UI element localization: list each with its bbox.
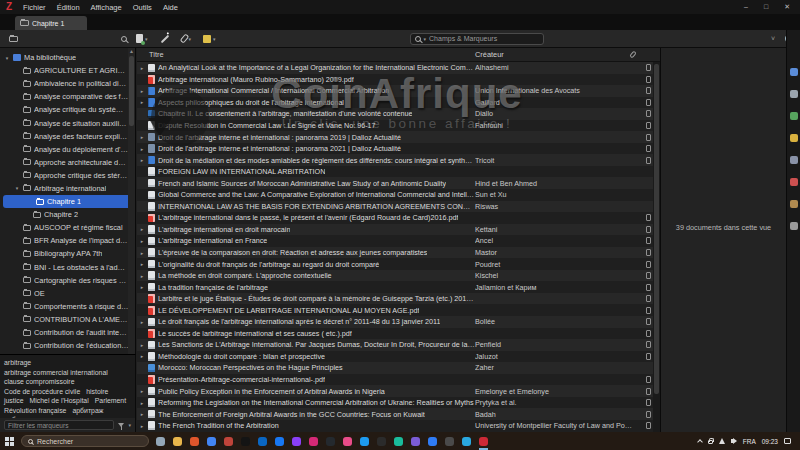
chrome-taskbar-icon[interactable] <box>207 437 216 446</box>
collection-chapitre-2[interactable]: Chapitre 2 <box>0 208 135 221</box>
new-attachment-button[interactable]: ▾ <box>182 34 192 43</box>
tag-clause-compromissoire[interactable]: clause compromissoire <box>4 377 74 387</box>
table-row[interactable]: L'arbitrage international dans le passé,… <box>137 212 660 224</box>
github-taskbar-icon[interactable] <box>326 437 335 446</box>
tag-histoire[interactable]: histoire <box>86 387 108 397</box>
collection-agriculture-et-agriculteurs-[interactable]: AGRICULTURE ET AGRICULTEURS DANS… <box>0 64 135 77</box>
table-row[interactable]: ▸L'épreuve de la comparaison en droit: R… <box>137 247 660 259</box>
tray-language[interactable]: FRA <box>743 438 756 445</box>
table-row[interactable]: ▸Les Sanctions de L'Arbitrage Internatio… <box>137 339 660 351</box>
collection-auscoop-et-r-gime-fiscal[interactable]: AUSCOOP et régime fiscal <box>0 221 135 234</box>
column-header-creator[interactable]: Créateur <box>475 50 625 59</box>
lock-icon[interactable] <box>708 440 713 444</box>
locate-icon[interactable] <box>790 222 798 230</box>
collection-arbitrage-international[interactable]: ▾Arbitrage international <box>0 182 135 195</box>
teams-teal-taskbar-icon[interactable] <box>394 437 403 446</box>
app-tv-taskbar-icon[interactable] <box>241 437 250 446</box>
edge-taskbar-icon[interactable] <box>428 437 437 446</box>
collection-chapitre-1[interactable]: Chapitre 1 <box>3 195 132 208</box>
maximize-button[interactable]: □ <box>764 3 768 11</box>
table-scrollbar[interactable] <box>653 62 660 432</box>
tag-r-volution-fran-aise[interactable]: Révolution française <box>4 406 66 416</box>
table-row[interactable]: ▸Droit de l'arbitrage interne et interna… <box>137 131 660 143</box>
zotero-taskbar-icon[interactable] <box>479 437 488 446</box>
tags-icon[interactable] <box>790 178 798 186</box>
collection-cartographie-des-risques-ass[interactable]: Cartographie des risques assurances <box>0 274 135 287</box>
collection-bibliography-apa-7th[interactable]: Bibliography APA 7th <box>0 247 135 260</box>
collection-approche-critique-des-st-r-o[interactable]: Approche critique des stéréotypes mas… <box>0 169 135 182</box>
collection-search-icon[interactable] <box>121 36 127 42</box>
table-row[interactable]: ▸L'arbitrage international en FranceAnce… <box>137 235 660 247</box>
tag-parlement[interactable]: Parlement <box>95 396 126 406</box>
table-row[interactable]: ▸La tradition française de l'arbitrageJa… <box>137 281 660 293</box>
app-dark-taskbar-icon[interactable] <box>377 437 386 446</box>
collection-analyse-des-facteurs-explica[interactable]: Analyse des facteurs explicatifs de l'ad… <box>0 130 135 143</box>
collection-contribution-de-l-ducation-a[interactable]: Contribution de l'éducation artistique à… <box>0 339 135 352</box>
new-collection-button[interactable] <box>9 36 18 42</box>
linkedin-taskbar-icon[interactable] <box>258 437 267 446</box>
collection-contribution-de-l-audit-inte[interactable]: Contribution de l'audit interne à la per… <box>0 326 135 339</box>
collection-comportements-risque-de-gros[interactable]: Comportements à risque de grossesse … <box>0 300 135 313</box>
table-row[interactable]: ▸Aspects philosophiques du droit de l'ar… <box>137 97 660 109</box>
collection-ambivalence-in-political-dis[interactable]: Ambivalence in political discourses <box>0 77 135 90</box>
related-icon[interactable] <box>790 200 798 208</box>
table-row[interactable]: ▸Méthodologie du droit comparé : bilan e… <box>137 351 660 363</box>
table-row[interactable]: Larbitre et le juge Étatique - Études de… <box>137 293 660 305</box>
table-row[interactable]: ▸Arbitrage International Commercial / In… <box>137 85 660 97</box>
table-row[interactable]: Présentation-Arbitrage-commercial-intern… <box>137 374 660 386</box>
menu-outils[interactable]: Outils <box>133 3 152 12</box>
start-button[interactable] <box>5 437 14 446</box>
viber-taskbar-icon[interactable] <box>411 437 420 446</box>
collection-analyse-du-d-ploiement-d-un-[interactable]: Analyse du déploiement d'un système … <box>0 143 135 156</box>
table-row[interactable]: ▸The Enforcement of Foreign Arbitral Awa… <box>137 408 660 420</box>
app-red-taskbar-icon[interactable] <box>224 437 233 446</box>
table-row[interactable]: Arbitrage international (Mauro Rubino-Sa… <box>137 74 660 86</box>
dribbble-taskbar-icon[interactable] <box>343 437 352 446</box>
quick-search-input[interactable]: ▾ Champs & Marqueurs <box>410 33 544 45</box>
scroll-up-arrow[interactable]: ▲ <box>128 48 135 55</box>
table-row[interactable]: Morocco: Moroccan Perspectives on the Ha… <box>137 362 660 374</box>
table-row[interactable]: Chapitre II. Le consentement à l'arbitra… <box>137 108 660 120</box>
volume-icon[interactable] <box>731 439 734 443</box>
close-button[interactable]: ✕ <box>784 3 790 11</box>
table-row[interactable]: Dispute Resolution in Commercial Law : L… <box>137 120 660 132</box>
file-explorer-taskbar-icon[interactable] <box>173 437 182 446</box>
table-row[interactable]: ▸Droit de la médiation et des modes amia… <box>137 154 660 166</box>
notifications-icon[interactable] <box>784 438 791 444</box>
table-row[interactable]: ▸An Analytical Look at the Importance of… <box>137 62 660 74</box>
telegram-taskbar-icon[interactable] <box>462 437 471 446</box>
minimize-button[interactable]: – <box>744 3 748 11</box>
sidebar-scrollbar[interactable]: ▲ <box>128 48 135 354</box>
collection-analyse-comparative-des-f-mi[interactable]: Analyse comparative des féminicides d… <box>0 90 135 103</box>
tray-clock[interactable]: 09:23 <box>762 438 778 445</box>
collection-approche-architecturale-des-[interactable]: Approche architecturale des centres de… <box>0 156 135 169</box>
new-note-button[interactable]: ▾ <box>203 35 216 43</box>
new-item-button[interactable]: ▾ <box>136 34 148 43</box>
network-icon[interactable] <box>719 438 725 444</box>
twitter-taskbar-icon[interactable] <box>360 437 369 446</box>
collection-contribution-a-l-amelioratio[interactable]: CONTRIBUTION A L'AMELIORATION DE… <box>0 313 135 326</box>
tag-justice[interactable]: justice <box>4 396 24 406</box>
tag-code-de-proc-dure-civile[interactable]: Code de procédure civile <box>4 387 80 397</box>
filter-funnel-icon[interactable] <box>118 423 124 427</box>
table-row[interactable]: INTERNATIONAL LAW AS THE BASIS FOR EXTEN… <box>137 201 660 213</box>
tab-chapitre-1[interactable]: Chapitre 1 <box>15 16 87 30</box>
app-gray-taskbar-icon[interactable] <box>445 437 454 446</box>
table-row[interactable]: ▸L'originalité du droit français de l'ar… <box>137 258 660 270</box>
menu-affichage[interactable]: Affichage <box>91 3 122 12</box>
tag-filter-input[interactable]: Filtrer les marqueurs <box>4 420 114 430</box>
attachment-column-icon[interactable] <box>629 51 637 59</box>
tray-expand-icon[interactable] <box>697 439 703 445</box>
abstract-icon[interactable] <box>790 90 798 98</box>
table-row[interactable]: ▸La méthode en droit comparé. L'approche… <box>137 270 660 282</box>
table-row[interactable]: ▸The French Tradition of the Arbitration… <box>137 420 660 432</box>
libraries-icon[interactable] <box>790 156 798 164</box>
menu-dition[interactable]: Édition <box>57 3 80 12</box>
tag-item[interactable]: арбитраж <box>72 406 103 416</box>
menu-fichier[interactable]: Fichier <box>23 3 46 12</box>
table-row[interactable]: Le succès de larbitrage international et… <box>137 328 660 340</box>
add-by-identifier-button[interactable] <box>160 38 170 40</box>
collapse-chevron-icon[interactable]: ˅ <box>771 35 775 42</box>
table-row[interactable]: ▸L'arbitrage international en droit maro… <box>137 224 660 236</box>
messenger-taskbar-icon[interactable] <box>292 437 301 446</box>
